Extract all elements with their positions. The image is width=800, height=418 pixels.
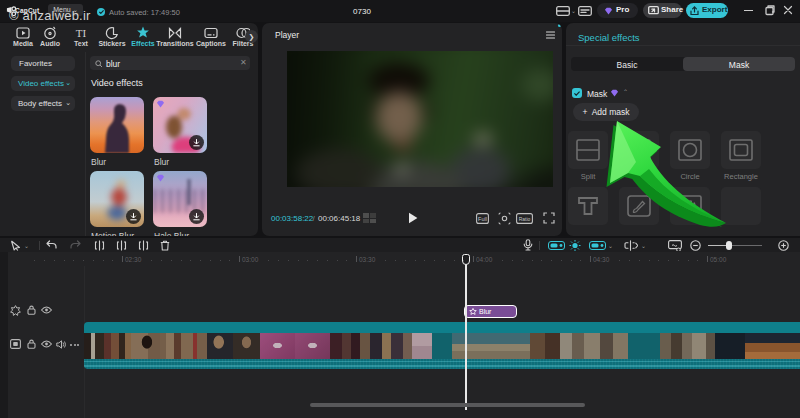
- svg-text:Ratio: Ratio: [519, 216, 531, 222]
- svg-text:TI: TI: [76, 27, 87, 39]
- svg-text:Full: Full: [478, 216, 487, 222]
